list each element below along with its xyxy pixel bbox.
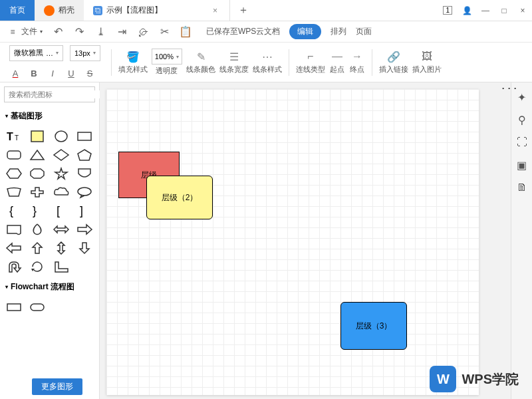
search-input[interactable] — [9, 90, 100, 98]
download-button[interactable]: ⤓ — [94, 26, 106, 38]
shape-callout[interactable] — [74, 184, 94, 200]
tab-close-button[interactable]: × — [210, 6, 220, 15]
shape-brace-right[interactable]: } — [27, 203, 47, 219]
window-maximize[interactable]: □ — [495, 0, 513, 21]
shape-fc-roundrect[interactable] — [27, 299, 47, 315]
svg-marker-8 — [78, 150, 91, 160]
basic-shapes-grid: TT { } [ ] — [0, 126, 99, 277]
shape-card[interactable] — [4, 221, 24, 237]
edit-mode-pill[interactable]: 编辑 — [289, 24, 321, 39]
shape-bracket-right[interactable]: ] — [74, 203, 94, 219]
redo-button[interactable]: ↷ — [73, 26, 85, 38]
user-icon[interactable]: 👤 — [458, 0, 476, 21]
undo-button[interactable]: ↶ — [52, 26, 64, 38]
bold-button[interactable]: B — [28, 68, 40, 80]
underline-button[interactable]: U — [65, 68, 77, 80]
shape-uturn[interactable] — [4, 259, 24, 275]
fill-style-label: 填充样式 — [118, 65, 148, 74]
crop-icon[interactable]: ⛶ — [515, 136, 529, 149]
shape-fc-rect[interactable] — [4, 299, 24, 315]
tab-add-button[interactable]: ＋ — [230, 0, 257, 21]
more-shapes-button[interactable]: 更多图形 — [32, 378, 82, 395]
shape-arrow-left[interactable] — [4, 240, 24, 256]
shape-note[interactable] — [27, 128, 47, 144]
line-start-icon: — — [329, 50, 345, 63]
paste-button[interactable]: 📋 — [180, 26, 192, 38]
connector-type-group[interactable]: ⌐连线类型 — [296, 50, 325, 74]
format-painter-button[interactable]: ⌮ — [137, 26, 149, 38]
shape-rect[interactable] — [74, 128, 94, 144]
start-point-group[interactable]: —起点 — [329, 50, 345, 74]
shape-drop[interactable] — [27, 221, 47, 237]
svg-marker-6 — [31, 150, 44, 160]
shape-hexagon[interactable] — [4, 166, 24, 182]
window-close[interactable]: × — [513, 0, 532, 21]
menu-page[interactable]: 页面 — [356, 26, 372, 37]
shape-roundrect[interactable] — [4, 147, 24, 163]
shape-arrow-lr[interactable] — [51, 221, 71, 237]
shape-corner[interactable] — [51, 259, 71, 275]
shape-cloud[interactable] — [51, 184, 71, 200]
shape-octagon[interactable] — [27, 166, 47, 182]
svg-point-3 — [55, 131, 67, 142]
category-basic-shapes[interactable]: 基础图形 — [0, 106, 99, 126]
svg-marker-11 — [55, 168, 67, 179]
line-style-group[interactable]: ⋯线条样式 — [253, 50, 282, 74]
menu-arrange[interactable]: 排列 — [331, 26, 346, 37]
line-width-group[interactable]: ☰线条宽度 — [219, 50, 249, 74]
window-minimize[interactable]: — — [476, 0, 495, 21]
shape-diamond[interactable] — [51, 147, 71, 163]
canvas[interactable]: 层级 层级（2） 层级（3） — [106, 89, 479, 395]
font-name-value: 微软雅黑 — [14, 48, 43, 58]
line-color-label: 线条颜色 — [186, 65, 215, 74]
shape-bracket-left[interactable]: [ — [51, 203, 71, 219]
insert-link-group[interactable]: 🔗插入链接 — [379, 50, 408, 74]
shape-refresh[interactable] — [27, 259, 47, 275]
pin-icon[interactable]: ⚲ — [515, 113, 529, 126]
hamburger-menu[interactable]: ≡文件 ▾ — [7, 26, 43, 38]
fill-style-group[interactable]: 🪣填充样式 — [118, 50, 148, 74]
shape-circle[interactable] — [51, 128, 71, 144]
insert-image-group[interactable]: 🖼插入图片 — [412, 50, 442, 74]
line-end-icon: → — [349, 50, 365, 63]
shape-pentagon[interactable] — [74, 147, 94, 163]
export-button[interactable]: ⇥ — [116, 26, 128, 38]
shape-plus[interactable] — [27, 184, 47, 200]
watermark-text: WPS学院 — [462, 370, 519, 388]
tab-document[interactable]: ⿻ 示例【流程图】 × — [84, 0, 230, 21]
page-icon[interactable]: 🗎 — [515, 181, 529, 194]
svg-text:]: ] — [80, 204, 83, 217]
shape-shield[interactable] — [74, 166, 94, 182]
shape-arrow-right[interactable] — [74, 221, 94, 237]
tab-home[interactable]: 首页 — [0, 0, 35, 21]
italic-button[interactable]: I — [47, 68, 59, 80]
strikethrough-button[interactable]: S — [84, 68, 96, 80]
shape-arrow-up[interactable] — [27, 240, 47, 256]
category-flowchart[interactable]: Flowchart 流程图 — [0, 277, 99, 297]
canvas-grid — [106, 89, 479, 395]
layers-icon[interactable]: ▣ — [515, 158, 529, 172]
line-width-icon: ☰ — [226, 50, 242, 63]
font-color-button[interactable]: A — [9, 68, 21, 80]
shape-trapezoid[interactable] — [4, 184, 24, 200]
canvas-shape-2[interactable]: 层级（2） — [146, 176, 213, 219]
svg-rect-5 — [7, 151, 21, 159]
shape-brace-left[interactable]: { — [4, 203, 24, 219]
end-point-group[interactable]: →终点 — [349, 50, 365, 74]
shape-text[interactable]: TT — [4, 128, 24, 144]
tab-daoker[interactable]: 稻壳 — [35, 0, 84, 21]
line-color-group[interactable]: ✎线条颜色 — [186, 50, 215, 74]
font-size-select[interactable]: 13px▾ — [70, 45, 100, 61]
compass-icon[interactable]: ✦ — [515, 90, 529, 104]
window-count-badge[interactable]: 1 — [443, 6, 452, 15]
cut-button[interactable]: ✂ — [158, 26, 170, 38]
shape-triangle[interactable] — [27, 147, 47, 163]
toolbar-handle[interactable]: • • • — [502, 85, 517, 91]
line-style-icon: ⋯ — [259, 50, 275, 63]
shape-arrow-ud[interactable] — [51, 240, 71, 256]
canvas-shape-3[interactable]: 层级（3） — [340, 302, 407, 350]
opacity-group[interactable]: 100%▾透明度 — [152, 49, 182, 76]
font-name-select[interactable]: 微软雅黑…▾ — [9, 45, 63, 61]
shape-star[interactable] — [51, 166, 71, 182]
shape-arrow-down[interactable] — [74, 240, 94, 256]
